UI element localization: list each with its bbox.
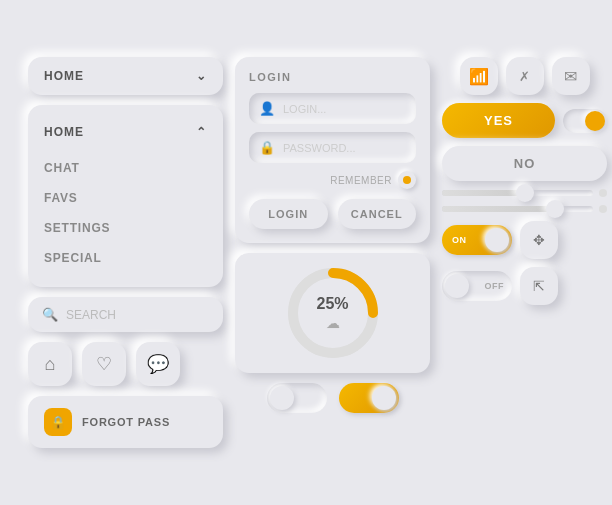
bottom-toggles-mid (235, 383, 430, 413)
on-toggle[interactable]: ON (442, 225, 512, 255)
slider-track-1[interactable] (442, 190, 593, 196)
slider-dot-2 (599, 205, 607, 213)
nav-item-special[interactable]: SPECIAL (28, 243, 223, 273)
expand-button[interactable]: ✥ (520, 221, 558, 259)
cancel-button[interactable]: CANCEL (338, 199, 417, 229)
mail-icon: ✉ (564, 67, 577, 86)
left-column: HOME ⌄ HOME ⌃ CHAT FAVS SETTINGS SPECIAL… (28, 57, 223, 448)
cloud-download-icon: ☁ (316, 315, 348, 331)
chat-button[interactable]: 💬 (136, 342, 180, 386)
user-icon: 👤 (259, 101, 275, 116)
off-toggle-row: OFF ⇱ (442, 267, 607, 305)
nav-expanded-label: HOME (44, 125, 84, 139)
nav-collapsed-label: HOME (44, 69, 84, 83)
login-placeholder: LOGIN... (283, 103, 326, 115)
mail-button[interactable]: ✉ (552, 57, 590, 95)
remember-toggle[interactable] (398, 171, 416, 189)
yes-toggle-knob (585, 111, 605, 131)
nav-expanded: HOME ⌃ CHAT FAVS SETTINGS SPECIAL (28, 105, 223, 287)
toggle-knob-1 (270, 386, 294, 410)
lock-field-icon: 🔒 (259, 140, 275, 155)
chevron-up-icon[interactable]: ⌃ (196, 125, 207, 139)
on-label: ON (452, 235, 467, 245)
nav-items: CHAT FAVS SETTINGS SPECIAL (28, 149, 223, 277)
toggle-knob-2 (372, 386, 396, 410)
login-title: LOGIN (249, 71, 416, 83)
nav-item-favs[interactable]: FAVS (28, 183, 223, 213)
yes-button[interactable]: YES (442, 103, 555, 138)
collapse-icon: ⇱ (533, 278, 545, 294)
chevron-down-icon[interactable]: ⌄ (196, 69, 207, 83)
progress-wrapper: 25% ☁ (283, 263, 383, 363)
nav-item-settings[interactable]: SETTINGS (28, 213, 223, 243)
bluetooth-button[interactable]: ✗ (506, 57, 544, 95)
password-placeholder: PASSWORD... (283, 142, 356, 154)
collapse-button[interactable]: ⇱ (520, 267, 558, 305)
yes-toggle[interactable] (563, 109, 607, 133)
off-label: OFF (485, 281, 505, 291)
login-button[interactable]: LOGIN (249, 199, 328, 229)
nav-collapsed[interactable]: HOME ⌄ (28, 57, 223, 95)
search-placeholder: SEARCH (66, 308, 116, 322)
off-toggle-knob (445, 274, 469, 298)
slider-knob-1[interactable] (516, 184, 534, 202)
on-toggle-knob (485, 228, 509, 252)
bluetooth-icon: ✗ (519, 69, 530, 84)
toggle-on-1[interactable] (339, 383, 399, 413)
login-input[interactable]: 👤 LOGIN... (249, 93, 416, 124)
lock-icon: 🔒 (44, 408, 72, 436)
forgot-label: FORGOT PASS (82, 416, 170, 428)
progress-label: 25% (316, 295, 348, 313)
no-button[interactable]: NO (442, 146, 607, 181)
yes-toggle-row: YES (442, 103, 607, 138)
login-button-row: LOGIN CANCEL (249, 199, 416, 229)
remember-dot-active (403, 176, 411, 184)
wifi-icon: 📶 (469, 67, 489, 86)
slider-fill-2 (442, 206, 555, 212)
search-bar[interactable]: 🔍 SEARCH (28, 297, 223, 332)
off-toggle[interactable]: OFF (442, 271, 512, 301)
nav-item-chat[interactable]: CHAT (28, 153, 223, 183)
top-icons: 📶 ✗ ✉ (442, 57, 607, 95)
password-input[interactable]: 🔒 PASSWORD... (249, 132, 416, 163)
favorites-button[interactable]: ♡ (82, 342, 126, 386)
expand-icon: ✥ (533, 232, 545, 248)
slider-1 (442, 189, 607, 197)
middle-column: LOGIN 👤 LOGIN... 🔒 PASSWORD... REMEMBER … (235, 57, 430, 448)
home-button[interactable]: ⌂ (28, 342, 72, 386)
slider-dot-1 (599, 189, 607, 197)
remember-label: REMEMBER (330, 175, 392, 186)
slider-2 (442, 205, 607, 213)
on-toggle-row: ON ✥ (442, 221, 607, 259)
login-panel: LOGIN 👤 LOGIN... 🔒 PASSWORD... REMEMBER … (235, 57, 430, 243)
right-column: 📶 ✗ ✉ YES NO (442, 57, 607, 448)
forgot-password-button[interactable]: 🔒 FORGOT PASS (28, 396, 223, 448)
progress-ring: 25% ☁ (235, 253, 430, 373)
progress-center: 25% ☁ (316, 295, 348, 331)
slider-fill-1 (442, 190, 525, 196)
icon-row: ⌂ ♡ 💬 (28, 342, 223, 386)
slider-track-2[interactable] (442, 206, 593, 212)
search-icon: 🔍 (42, 307, 58, 322)
wifi-button[interactable]: 📶 (460, 57, 498, 95)
toggle-off-1[interactable] (267, 383, 327, 413)
remember-row: REMEMBER (249, 171, 416, 189)
slider-knob-2[interactable] (546, 200, 564, 218)
nav-header[interactable]: HOME ⌃ (28, 115, 223, 149)
